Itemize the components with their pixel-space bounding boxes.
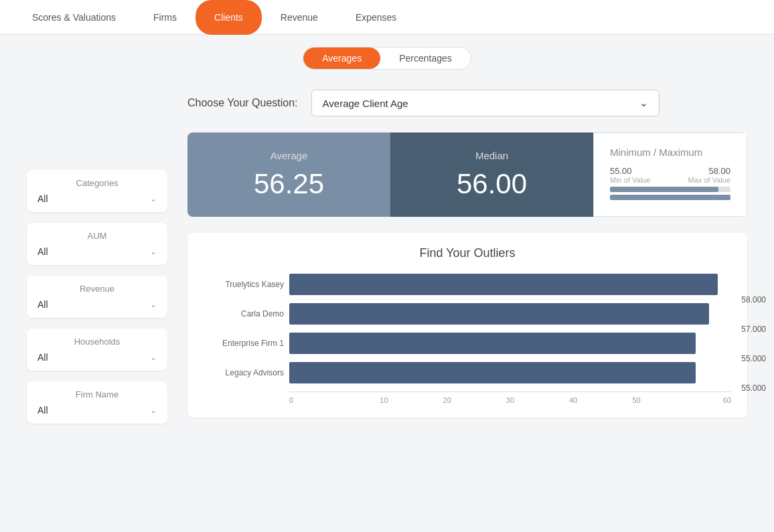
question-dropdown[interactable]: Average Client Age ⌄ [311, 90, 660, 116]
filter-select-households[interactable]: All ⌄ [37, 352, 157, 363]
chart-bar-value: 55.000 [741, 383, 766, 393]
chart-bar-area: 58.000 [289, 274, 731, 295]
question-selected-value: Average Client Age [323, 98, 408, 109]
subnav-percentages[interactable]: Percentages [380, 48, 471, 69]
filter-label-aum: AUM [37, 231, 157, 241]
filter-value-categories: All [37, 193, 48, 204]
filter-select-revenue[interactable]: All ⌄ [37, 299, 157, 310]
sub-nav: Averages Percentages [0, 35, 774, 76]
chart-bar-label: Carla Demo [204, 309, 284, 319]
filter-select-categories[interactable]: All ⌄ [37, 193, 157, 204]
max-bar-fill [610, 195, 730, 200]
chevron-down-icon: ⌄ [150, 194, 157, 203]
dropdown-chevron-icon: ⌄ [639, 97, 648, 109]
stats-row: Average 56.25 Median 56.00 Minimum / Max… [187, 132, 747, 217]
median-value: 56.00 [457, 168, 527, 200]
average-value: 56.25 [254, 168, 324, 200]
axis-tick: 50 [605, 396, 668, 404]
min-value: 55.00 [610, 166, 650, 176]
filter-value-firm_name: All [37, 405, 48, 416]
stat-minmax: Minimum / Maximum 55.00 Min of Value 58.… [593, 132, 747, 217]
chart-bar-value: 57.000 [741, 325, 766, 334]
chart-bar-value: 58.000 [741, 295, 766, 304]
chart-bar-row: Carla Demo 57.000 [204, 303, 731, 325]
sub-nav-group: Averages Percentages [303, 47, 471, 70]
subnav-averages[interactable]: Averages [303, 48, 380, 69]
chevron-down-icon: ⌄ [150, 406, 157, 415]
nav-item-scores[interactable]: Scores & Valuations [13, 0, 135, 35]
chart-bar [289, 303, 709, 325]
filter-value-aum: All [37, 246, 48, 257]
chart-container: Truelytics Kasey 58.000 Carla Demo 57.00… [204, 274, 731, 404]
minmax-bars: 55.00 Min of Value 58.00 Max of Value [610, 166, 730, 203]
filter-label-firm_name: Firm Name [37, 389, 157, 400]
filter-card-households: Households All ⌄ [27, 329, 167, 371]
right-panel: Choose Your Question: Average Client Age… [187, 90, 747, 424]
filter-value-revenue: All [37, 299, 48, 310]
axis-tick: 0 [289, 396, 352, 404]
question-row: Choose Your Question: Average Client Age… [187, 90, 747, 116]
min-bar-track [610, 187, 730, 192]
filter-label-categories: Categories [37, 178, 157, 188]
chart-bar-row: Legacy Advisors 55.000 [204, 362, 731, 383]
chart-bar-value: 55.000 [741, 354, 766, 363]
nav-item-clients[interactable]: Clients [196, 0, 262, 35]
filter-card-aum: AUM All ⌄ [27, 223, 167, 265]
sidebar-filters: Categories All ⌄ AUM All ⌄ Revenue All ⌄… [27, 90, 167, 424]
filter-card-firm_name: Firm Name All ⌄ [27, 381, 167, 424]
chart-axis: 0102030405060 [289, 391, 731, 404]
chart-bar [289, 362, 696, 383]
min-bar-fill [610, 187, 718, 192]
chevron-down-icon: ⌄ [150, 300, 157, 309]
main-content: Categories All ⌄ AUM All ⌄ Revenue All ⌄… [0, 76, 774, 437]
max-bar-track [610, 195, 730, 200]
chart-bar [289, 333, 696, 354]
median-label: Median [475, 150, 508, 161]
filter-select-firm_name[interactable]: All ⌄ [37, 405, 157, 416]
chevron-down-icon: ⌄ [150, 353, 157, 362]
axis-tick: 60 [668, 396, 731, 404]
minmax-title: Minimum / Maximum [610, 147, 702, 158]
chart-title: Find Your Outliers [204, 246, 731, 260]
filter-label-households: Households [37, 337, 157, 347]
axis-tick: 30 [479, 396, 542, 404]
nav-item-expenses[interactable]: Expenses [337, 0, 415, 35]
axis-tick: 40 [542, 396, 605, 404]
chart-bar [289, 274, 718, 295]
chart-bar-label: Legacy Advisors [204, 368, 284, 377]
filter-label-revenue: Revenue [37, 284, 157, 294]
max-value: 58.00 [688, 166, 730, 176]
axis-tick: 10 [352, 396, 415, 404]
top-nav: Scores & Valuations Firms Clients Revenu… [0, 0, 774, 35]
min-sub: Min of Value [610, 176, 650, 184]
average-label: Average [270, 150, 308, 161]
filter-card-categories: Categories All ⌄ [27, 170, 167, 212]
stat-median: Median 56.00 [390, 132, 593, 217]
axis-tick: 20 [416, 396, 479, 404]
chart-bar-area: 55.000 [289, 333, 731, 354]
chart-bar-row: Truelytics Kasey 58.000 [204, 274, 731, 295]
chart-section: Find Your Outliers Truelytics Kasey 58.0… [187, 233, 747, 418]
nav-item-revenue[interactable]: Revenue [262, 0, 337, 35]
chart-bar-label: Enterprise Firm 1 [204, 339, 284, 348]
chart-bar-area: 55.000 [289, 362, 731, 383]
chart-bar-label: Truelytics Kasey [204, 280, 284, 289]
nav-item-firms[interactable]: Firms [135, 0, 196, 35]
max-sub: Max of Value [688, 176, 730, 184]
question-label: Choose Your Question: [187, 97, 298, 109]
filter-select-aum[interactable]: All ⌄ [37, 246, 157, 257]
chart-bar-area: 57.000 [289, 303, 731, 325]
stat-average: Average 56.25 [187, 132, 390, 217]
filter-card-revenue: Revenue All ⌄ [27, 276, 167, 318]
chevron-down-icon: ⌄ [150, 247, 157, 256]
chart-bar-row: Enterprise Firm 1 55.000 [204, 333, 731, 354]
filter-value-households: All [37, 352, 48, 363]
